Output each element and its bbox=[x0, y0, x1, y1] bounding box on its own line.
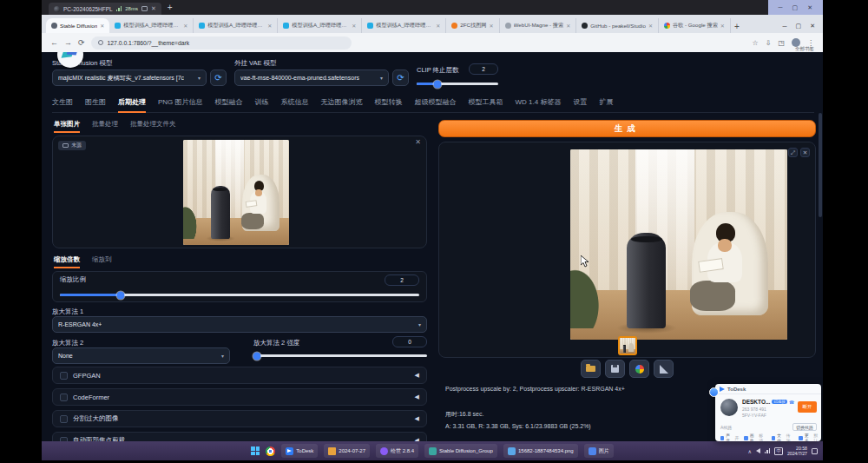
subtab-batch-process[interactable]: 批量处理 bbox=[92, 120, 118, 133]
collapse-arrow-icon[interactable]: ◀ bbox=[415, 372, 419, 379]
clip-skip-slider[interactable] bbox=[417, 83, 498, 85]
tab-close-icon[interactable]: ✕ bbox=[100, 23, 104, 29]
subtab-batch-from-dir[interactable]: 批量处理文件夹 bbox=[130, 120, 176, 133]
close-icon[interactable]: ✕ bbox=[807, 4, 812, 11]
collapse-arrow-icon[interactable]: ◀ bbox=[415, 415, 419, 422]
open-folder-button[interactable] bbox=[581, 360, 601, 378]
browser-tab[interactable]: GitHub - peakell/Studio ✕ bbox=[576, 18, 659, 33]
extensions-icon[interactable]: ◳ bbox=[778, 39, 785, 47]
generate-button[interactable]: 生成 bbox=[438, 120, 816, 137]
gallery-thumbnail[interactable] bbox=[618, 336, 637, 355]
maximize-icon[interactable]: ▢ bbox=[792, 4, 799, 11]
browser-tab[interactable]: 模型训练A_哔哩哔哩_bilibili ✕ bbox=[278, 18, 362, 33]
tab-img2img[interactable]: 图生图 bbox=[85, 97, 106, 107]
result-image[interactable] bbox=[570, 149, 787, 340]
browser-tab[interactable]: 模型训练A_哔哩哔哩_bilibili ✕ bbox=[109, 18, 194, 33]
tab-close-icon[interactable]: ✕ bbox=[267, 23, 272, 29]
upscaler2-dropdown[interactable]: None ▾ bbox=[52, 347, 230, 364]
tab-png-info[interactable]: PNG 图片信息 bbox=[158, 97, 203, 107]
phone-icon[interactable]: ☎ bbox=[789, 400, 794, 405]
maximize-icon[interactable]: ▢ bbox=[796, 23, 802, 30]
taskbar-item-launcher[interactable]: 绘世 2.8.4 bbox=[376, 444, 418, 458]
notification-icon[interactable] bbox=[812, 448, 818, 454]
subtab-scale-by[interactable]: 缩放倍数 bbox=[54, 255, 80, 268]
remote-new-session-button[interactable]: + bbox=[168, 3, 173, 12]
option-file[interactable]: 文件传输 bbox=[772, 433, 794, 441]
section-codeformer[interactable]: CodeFormer ◀ bbox=[52, 388, 427, 406]
download-icon[interactable]: ⇩ bbox=[766, 39, 772, 47]
back-icon[interactable]: ← bbox=[50, 38, 58, 47]
tab-wd14-tagger[interactable]: WD 1.4 标签器 bbox=[516, 97, 562, 107]
taskbar-item-pictures[interactable]: 图片 bbox=[584, 444, 614, 458]
browser-tab[interactable]: 模型训练A_哔哩哔哩_bilibili ✕ bbox=[362, 18, 446, 33]
taskbar-item-todesk[interactable]: ToDesk bbox=[281, 444, 318, 458]
codeformer-checkbox[interactable] bbox=[60, 394, 68, 401]
tab-txt2img[interactable]: 文生图 bbox=[52, 97, 73, 107]
send-dimensions-button[interactable] bbox=[654, 360, 674, 378]
ime-indicator[interactable]: 中 bbox=[774, 447, 783, 455]
tab-extras[interactable]: 后期处理 bbox=[118, 97, 146, 113]
todesk-disconnect-button[interactable]: 断开 bbox=[798, 401, 817, 413]
browser-tab[interactable]: 模型训练A_哔哩哔哩_bilibili ✕ bbox=[194, 18, 278, 33]
option-more[interactable]: 更多默认 bbox=[799, 433, 821, 441]
tab-model-toolkit[interactable]: 模型工具箱 bbox=[469, 97, 503, 107]
split-oversized-checkbox[interactable] bbox=[60, 415, 68, 423]
subtab-scale-to[interactable]: 缩放到 bbox=[92, 255, 112, 268]
tab-close-icon[interactable]: ✕ bbox=[720, 23, 725, 29]
minimize-icon[interactable]: ─ bbox=[783, 23, 787, 30]
upscaler1-dropdown[interactable]: R-ESRGAN 4x+ ▾ bbox=[52, 316, 427, 333]
tab-close-icon[interactable]: ✕ bbox=[352, 23, 356, 29]
collapse-arrow-icon[interactable]: ◀ bbox=[415, 394, 419, 400]
browser-tab[interactable]: WebUI-Magne - 搜索 ✕ bbox=[500, 18, 577, 33]
browser-tab-active[interactable]: Stable Diffusion ✕ bbox=[46, 18, 109, 33]
tab-close-icon[interactable]: ✕ bbox=[648, 23, 653, 29]
taskbar-item-png-file[interactable]: 15682-1887484534.png bbox=[503, 444, 578, 458]
remote-tab-close-icon[interactable]: ✕ bbox=[151, 5, 156, 12]
vae-refresh-button[interactable]: ⟳ bbox=[392, 69, 409, 86]
save-zip-button[interactable] bbox=[629, 360, 649, 378]
option-quality[interactable]: 画质标清 bbox=[744, 433, 766, 441]
todesk-floating-ball[interactable] bbox=[709, 387, 719, 397]
scale-ratio-slider[interactable] bbox=[60, 294, 419, 296]
forward-icon[interactable]: → bbox=[64, 38, 72, 47]
switch-route-button[interactable]: 切换线路 bbox=[792, 423, 817, 431]
browser-tab[interactable]: 2FC找图网 ✕ bbox=[446, 18, 499, 33]
vae-dropdown[interactable]: vae-ft-mse-840000-ema-pruned.safetensors… bbox=[234, 69, 389, 86]
taskbar-clock[interactable]: 20:58 2024/7/27 bbox=[787, 446, 807, 457]
monitor-grid-icon[interactable] bbox=[141, 6, 148, 11]
new-tab-button[interactable]: + bbox=[734, 22, 740, 31]
close-icon[interactable]: ✕ bbox=[810, 23, 815, 30]
start-button[interactable] bbox=[251, 446, 260, 455]
option-sound[interactable]: 声音开 bbox=[720, 433, 739, 441]
browser-taskbar-icon[interactable] bbox=[266, 446, 275, 456]
subtab-single-image[interactable]: 单张图片 bbox=[54, 120, 80, 133]
todesk-header[interactable]: ToDesk bbox=[715, 384, 821, 394]
tab-close-icon[interactable]: ✕ bbox=[183, 23, 187, 29]
upscaler2-strength-slider[interactable] bbox=[253, 354, 427, 357]
tab-super-merger[interactable]: 超级模型融合 bbox=[415, 97, 457, 107]
tab-infinite-browser[interactable]: 无边图像浏览 bbox=[321, 97, 363, 107]
scale-ratio-value[interactable]: 2 bbox=[385, 274, 419, 286]
tab-extensions[interactable]: 扩展 bbox=[599, 97, 613, 107]
source-tab[interactable]: 来源 bbox=[58, 141, 86, 150]
tab-train[interactable]: 训练 bbox=[255, 97, 269, 107]
sd-model-dropdown[interactable]: majicMIX realistic 麦橘写实_v7.safetensors [… bbox=[52, 69, 207, 86]
tab-model-convert[interactable]: 模型转换 bbox=[375, 97, 403, 107]
fullscreen-icon[interactable]: ⤢ bbox=[788, 148, 798, 157]
tab-close-icon[interactable]: ✕ bbox=[566, 23, 570, 29]
tray-expand-icon[interactable]: ∧ bbox=[748, 448, 752, 454]
close-gallery-icon[interactable]: ✕ bbox=[800, 148, 810, 157]
tab-settings[interactable]: 设置 bbox=[573, 97, 587, 107]
taskbar-item-sd-group[interactable]: Stable Diffusion_Group bbox=[424, 444, 497, 458]
clip-skip-value[interactable]: 2 bbox=[469, 63, 498, 75]
bookmark-star-icon[interactable]: ☆ bbox=[753, 39, 759, 47]
browser-tab[interactable]: 谷歌 - Google 搜索 ✕ bbox=[659, 18, 731, 33]
section-auto-face-crop[interactable]: 自动面部焦点剪裁 ◀ bbox=[52, 432, 427, 441]
reload-icon[interactable]: ⟳ bbox=[78, 38, 85, 47]
tab-close-icon[interactable]: ✕ bbox=[490, 23, 494, 29]
network-icon[interactable] bbox=[765, 448, 771, 453]
bookmarks-hint[interactable]: 全部书签 bbox=[795, 46, 814, 52]
sd-model-refresh-button[interactable]: ⟳ bbox=[210, 69, 227, 86]
tab-close-icon[interactable]: ✕ bbox=[436, 23, 440, 29]
page-scrollbar[interactable] bbox=[819, 113, 822, 217]
